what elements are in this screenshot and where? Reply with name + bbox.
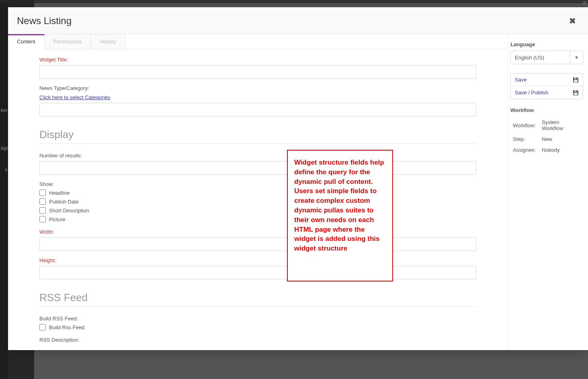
rss-heading: RSS Feed bbox=[39, 291, 476, 304]
build-rss-checkbox[interactable] bbox=[39, 324, 46, 330]
chevron-down-icon[interactable]: ▼ bbox=[570, 51, 583, 64]
show-publish-date-text: Publish Date bbox=[49, 199, 79, 205]
modal-title: News Listing bbox=[17, 15, 72, 26]
width-input[interactable] bbox=[39, 237, 476, 251]
save-icon: 💾 bbox=[573, 90, 579, 96]
workflow-row: Step: New bbox=[511, 134, 582, 144]
workflow-table: Workflow: System Workflow Step: New Assi… bbox=[510, 116, 583, 156]
height-label: Height: bbox=[39, 257, 476, 263]
language-heading: Language bbox=[510, 41, 583, 47]
news-type-label: News Type/Category: bbox=[39, 85, 476, 91]
workflow-val: System Workflow bbox=[540, 117, 582, 133]
rss-desc-label: RSS Description: bbox=[39, 337, 476, 343]
widget-title-input[interactable] bbox=[39, 65, 476, 79]
tab-permissions[interactable]: Permissions bbox=[45, 34, 91, 49]
field-show: Show: Headline Publish Date Short Descri… bbox=[39, 181, 476, 222]
field-width: Width: bbox=[39, 229, 476, 251]
tabs-bar: Content Permissions History bbox=[8, 34, 508, 49]
language-value: English (US) bbox=[511, 55, 570, 61]
tab-history[interactable]: History bbox=[91, 34, 125, 49]
field-height: Height: bbox=[39, 257, 476, 279]
annotation-callout: Widget structure fields help define the … bbox=[287, 150, 393, 281]
save-button[interactable]: Save 💾 bbox=[511, 73, 583, 86]
bg-topbar bbox=[0, 0, 588, 3]
show-headline-checkbox[interactable] bbox=[39, 190, 46, 196]
show-publish-date-row[interactable]: Publish Date bbox=[39, 198, 476, 205]
side-column: Language English (US) ▼ Save 💾 Save / Pu… bbox=[508, 34, 588, 350]
save-publish-button[interactable]: Save / Publish 💾 bbox=[511, 86, 583, 99]
save-label: Save bbox=[515, 77, 527, 83]
show-short-desc-checkbox[interactable] bbox=[39, 207, 46, 214]
show-headline-text: Headline bbox=[49, 190, 70, 196]
tab-content[interactable]: Content bbox=[8, 34, 45, 49]
show-short-desc-row[interactable]: Short Description bbox=[39, 207, 476, 214]
save-publish-label: Save / Publish bbox=[515, 90, 548, 96]
workflow-key: Workflow: bbox=[511, 117, 539, 133]
field-rss-desc: RSS Description: bbox=[39, 337, 476, 343]
show-publish-date-checkbox[interactable] bbox=[39, 198, 46, 205]
news-type-input[interactable] bbox=[39, 103, 476, 116]
workflow-row: Assignee: Nobody bbox=[511, 145, 582, 155]
show-short-desc-text: Short Description bbox=[49, 208, 89, 214]
display-heading: Display bbox=[39, 128, 476, 141]
field-widget-title: Widget Title: bbox=[39, 57, 476, 79]
workflow-heading: Workflow bbox=[510, 107, 583, 113]
workflow-key: Assignee: bbox=[511, 145, 539, 155]
modal-header: News Listing ✖ bbox=[8, 7, 588, 34]
field-num-results: Number of results: bbox=[39, 153, 476, 175]
build-rss-text: Build Rss Feed bbox=[49, 324, 84, 330]
modal-news-listing: News Listing ✖ Content Permissions Histo… bbox=[8, 7, 588, 350]
bg-sidebar-labels: ker ags s bbox=[0, 3, 8, 379]
show-label: Show: bbox=[39, 181, 476, 187]
display-divider bbox=[39, 143, 476, 144]
modal-body: Content Permissions History Widget Title… bbox=[8, 34, 588, 350]
field-build-rss: Build RSS Feed: Build Rss Feed bbox=[39, 316, 476, 330]
bg-text-of: of bbox=[582, 0, 586, 6]
workflow-val: Nobody bbox=[540, 145, 582, 155]
build-rss-label: Build RSS Feed: bbox=[39, 316, 476, 322]
widget-title-label: Widget Title: bbox=[39, 57, 476, 63]
field-news-type: News Type/Category: Click here to select… bbox=[39, 85, 476, 116]
close-icon[interactable]: ✖ bbox=[569, 16, 579, 26]
show-picture-row[interactable]: Picture bbox=[39, 216, 476, 222]
height-input[interactable] bbox=[39, 266, 476, 279]
num-results-input[interactable] bbox=[39, 161, 476, 175]
form-area: Widget Title: News Type/Category: Click … bbox=[8, 49, 508, 350]
workflow-key: Step: bbox=[511, 134, 539, 144]
action-list: Save 💾 Save / Publish 💾 bbox=[510, 73, 583, 99]
show-headline-row[interactable]: Headline bbox=[39, 190, 476, 196]
workflow-val: New bbox=[540, 134, 582, 144]
rss-divider bbox=[39, 306, 476, 307]
width-label: Width: bbox=[39, 229, 476, 235]
num-results-label: Number of results: bbox=[39, 153, 476, 159]
show-picture-text: Picture bbox=[49, 216, 65, 222]
build-rss-row[interactable]: Build Rss Feed bbox=[39, 324, 476, 330]
save-icon: 💾 bbox=[573, 77, 579, 83]
select-categories-link[interactable]: Click here to select Categories bbox=[39, 94, 110, 100]
show-picture-checkbox[interactable] bbox=[39, 216, 46, 222]
language-select[interactable]: English (US) ▼ bbox=[510, 51, 583, 64]
main-column: Content Permissions History Widget Title… bbox=[8, 34, 508, 350]
workflow-row: Workflow: System Workflow bbox=[511, 117, 582, 133]
